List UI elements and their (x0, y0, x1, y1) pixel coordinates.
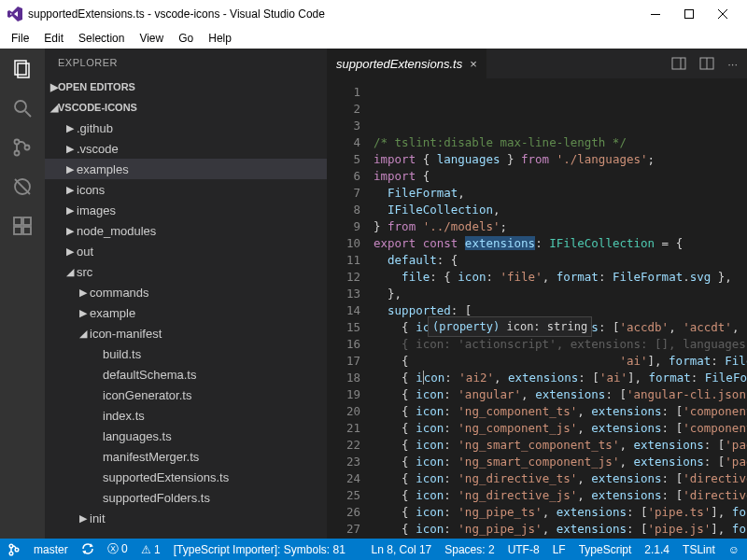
status-errors[interactable]: ⓧ 0 (107, 541, 128, 557)
split-editor-icon[interactable] (699, 57, 714, 71)
project-header[interactable]: ◢VSCODE-ICONS (45, 97, 327, 118)
folder-row[interactable]: ▶examples (45, 159, 327, 179)
svg-rect-13 (23, 227, 31, 234)
folder-row[interactable]: ◢src (45, 261, 327, 282)
tree-label: example (90, 306, 135, 320)
status-encoding[interactable]: UTF-8 (508, 543, 540, 556)
file-row[interactable]: supportedFolders.ts (45, 487, 327, 508)
open-editors-header[interactable]: ▶OPEN EDITORS (45, 77, 327, 97)
status-lint[interactable]: TSLint (683, 543, 715, 556)
folder-row[interactable]: ▶commands (45, 282, 327, 302)
minimize-button[interactable] (639, 0, 672, 28)
code-line[interactable]: import { (374, 168, 747, 185)
code-line[interactable]: { icon: 'ng_smart_component_ts', extensi… (374, 437, 747, 454)
code-line[interactable]: { icon: 'ng_directive_js', extensions: [… (374, 487, 747, 504)
code-line[interactable]: default: { (374, 252, 747, 269)
status-eol[interactable]: LF (553, 543, 566, 556)
menu-go[interactable]: Go (173, 30, 199, 47)
folder-row[interactable]: ▶node_modules (45, 220, 327, 241)
close-tab-icon[interactable]: × (470, 57, 477, 71)
file-row[interactable]: build.ts (45, 343, 327, 364)
code-line[interactable]: { icon: 'ng_pipe_ts', extensions: ['pipe… (374, 504, 747, 521)
folder-row[interactable]: ▶.github (45, 118, 327, 138)
code-line[interactable]: file: { icon: 'file', format: FileFormat… (374, 269, 747, 286)
status-cursor[interactable]: Ln 8, Col 17 (372, 543, 432, 556)
tree-label: iconGenerator.ts (103, 388, 191, 402)
tree-label: supportedFolders.ts (103, 491, 210, 505)
status-lang[interactable]: TypeScript (579, 543, 632, 556)
git-icon[interactable] (9, 134, 35, 161)
folder-row[interactable]: ▶.vscode (45, 138, 327, 159)
more-icon[interactable]: ··· (727, 57, 738, 71)
code-line[interactable]: { icon: 'ng_smart_component_js', extensi… (374, 454, 747, 470)
folder-row[interactable]: ◢icon-manifest (45, 323, 327, 343)
code-line[interactable]: FileFormat, (374, 185, 747, 202)
code-line[interactable]: { icon: 'angular', extensions: ['angular… (374, 386, 747, 403)
code-line[interactable]: { icon: 'ai2', extensions: ['ai'], forma… (374, 370, 747, 386)
file-row[interactable]: defaultSchema.ts (45, 364, 327, 385)
file-row[interactable]: languages.ts (45, 426, 327, 446)
folder-row[interactable]: ▶out (45, 241, 327, 261)
code-line[interactable]: { icon: 'ng_component_js', extensions: [… (374, 420, 747, 437)
svg-point-6 (15, 140, 20, 145)
chevron-icon: ▶ (77, 512, 90, 525)
code-line[interactable]: { icon: 'actionscript', extensions: [], … (374, 336, 747, 353)
svg-line-5 (25, 111, 31, 117)
svg-point-8 (25, 146, 30, 150)
editor-area: supportedExtensions.ts × ··· 12345678910… (327, 49, 747, 539)
git-branch-icon[interactable] (7, 543, 21, 556)
extensions-icon[interactable] (9, 213, 35, 239)
status-spaces[interactable]: Spaces: 2 (444, 543, 494, 556)
menu-view[interactable]: View (134, 30, 169, 47)
status-warnings[interactable]: ⚠ 1 (141, 543, 161, 556)
folder-row[interactable]: ▶icons (45, 179, 327, 200)
tree-label: .vscode (77, 142, 119, 156)
titlebar: supportedExtensions.ts - vscode-icons - … (0, 0, 747, 28)
chevron-icon: ▶ (63, 143, 77, 155)
code-line[interactable]: IFileCollection, (374, 202, 747, 218)
tree-label: init (90, 511, 106, 525)
tree-label: commands (90, 286, 149, 300)
tree-label: languages.ts (103, 429, 172, 443)
code-line[interactable]: }, (374, 286, 747, 302)
svg-rect-15 (672, 58, 685, 69)
folder-row[interactable]: ▶init (45, 508, 327, 528)
folder-row[interactable]: ▶images (45, 200, 327, 220)
status-branch[interactable]: master (34, 543, 68, 556)
file-row[interactable]: manifestMerger.ts (45, 446, 327, 467)
code-line[interactable]: export const extensions: IFileCollection… (374, 235, 747, 252)
code-editor[interactable]: 1234567891011121314151617181920212223242… (327, 78, 747, 539)
code-line[interactable]: } from '../models'; (374, 218, 747, 235)
tree-label: out (77, 245, 93, 259)
code-lines[interactable]: (property) icon: string /* tslint:disabl… (374, 78, 747, 539)
file-row[interactable]: index.ts (45, 405, 327, 426)
status-sync[interactable] (81, 542, 94, 556)
feedback-icon[interactable]: ☺ (728, 543, 740, 556)
menu-edit[interactable]: Edit (38, 30, 69, 47)
search-icon[interactable] (9, 95, 35, 121)
code-line[interactable]: { icon: 'ng_service_ts', extensions: ['s… (374, 538, 747, 539)
code-line[interactable]: { icon: 'ng_component_ts', extensions: [… (374, 403, 747, 420)
file-row[interactable]: supportedExtensions.ts (45, 467, 327, 487)
folder-row[interactable]: ▶example (45, 302, 327, 323)
explorer-icon[interactable] (9, 56, 35, 82)
maximize-button[interactable] (672, 0, 706, 28)
chevron-icon: ▶ (63, 204, 77, 217)
menu-help[interactable]: Help (203, 30, 237, 47)
file-tree: ▶.github▶.vscode▶examples▶icons▶images▶n… (45, 118, 327, 539)
code-line[interactable]: import { languages } from './languages'; (374, 151, 747, 168)
close-button[interactable] (706, 0, 740, 28)
status-importer[interactable]: [TypeScript Importer]: Symbols: 81 (174, 543, 345, 556)
split-right-icon[interactable] (671, 57, 686, 71)
menu-selection[interactable]: Selection (73, 30, 130, 47)
file-row[interactable]: iconGenerator.ts (45, 385, 327, 405)
code-line[interactable]: /* tslint:disable max-line-length */ (374, 134, 747, 151)
code-line[interactable]: { icon: 'ng_pipe_js', extensions: ['pipe… (374, 521, 747, 538)
tree-label: supportedExtensions.ts (103, 470, 229, 484)
tab-supported-extensions[interactable]: supportedExtensions.ts × (327, 49, 486, 78)
status-version[interactable]: 2.1.4 (644, 543, 669, 556)
debug-icon[interactable] (9, 174, 35, 200)
code-line[interactable]: { 'ai'], format: FileForm (374, 353, 747, 370)
code-line[interactable]: { icon: 'ng_directive_ts', extensions: [… (374, 470, 747, 487)
menu-file[interactable]: File (6, 30, 35, 47)
